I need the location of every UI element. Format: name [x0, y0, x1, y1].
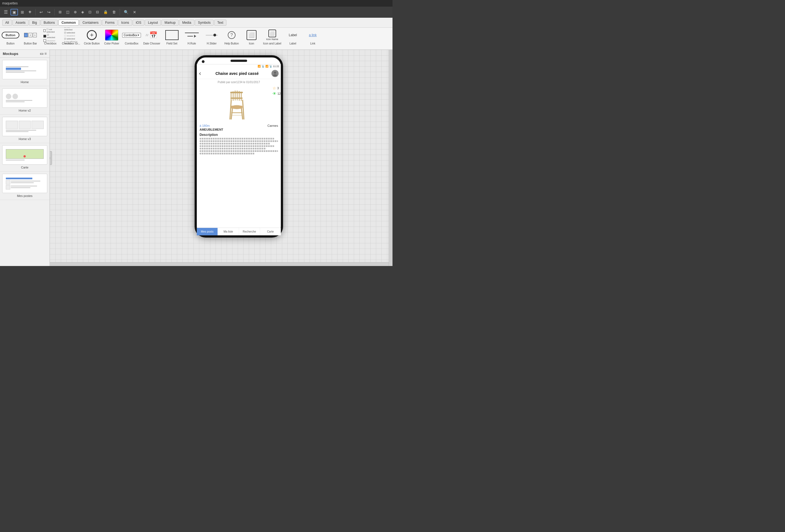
palette-button[interactable]: Button Button: [2, 29, 19, 45]
item-image: [222, 86, 255, 122]
tab-big[interactable]: Big: [29, 20, 40, 26]
sidebar-item-home-v2[interactable]: Home v2: [0, 86, 49, 115]
sidebar-item-home[interactable]: Home: [0, 58, 49, 86]
palette-button-bar[interactable]: 1 2 3 Button Bar: [22, 29, 39, 45]
close-button[interactable]: ✕: [131, 9, 138, 16]
field-set-preview: [165, 30, 179, 40]
tool-1[interactable]: ⊞: [57, 9, 63, 15]
checkbox-preview: ☐ not selected ☑ selected disabled: [43, 28, 57, 42]
tab-buttons[interactable]: Buttons: [41, 20, 58, 26]
color-picker-preview: [105, 30, 118, 41]
sidebar-item-mes-postes[interactable]: Mes postes: [0, 171, 49, 200]
search-button[interactable]: 🔍: [122, 9, 130, 16]
sidebar-item-carte[interactable]: Carte: [0, 143, 49, 171]
palette-circle-button[interactable]: + Circle Button: [83, 29, 100, 45]
component-tabs-bar: All Assets Big Buttons Common Containers…: [0, 18, 392, 28]
sidebar-header-icons: ▭ ≡: [40, 51, 47, 56]
lock-button[interactable]: 🔒: [102, 9, 109, 15]
sidebar-collapse-tab[interactable]: ‹: [50, 151, 52, 165]
tab-all[interactable]: All: [2, 20, 12, 26]
tab-ios[interactable]: iOS: [133, 20, 144, 26]
button-preview: Button: [2, 32, 19, 38]
tab-containers[interactable]: Containers: [79, 20, 101, 26]
byline: Publié par ozer1234 le 01/01/2017: [200, 81, 278, 84]
avatar-icon: [272, 70, 279, 77]
tab-text[interactable]: Text: [214, 20, 226, 26]
palette-label-icon: Icon: [249, 42, 254, 45]
sidebar-label-home-v3: Home v3: [2, 137, 47, 141]
svg-rect-14: [230, 92, 243, 94]
tool-5[interactable]: ⊡: [87, 9, 93, 15]
back-button[interactable]: ‹: [199, 70, 201, 77]
link-preview: a link: [309, 33, 316, 37]
svg-point-0: [274, 72, 276, 74]
toolbar-separator: [35, 9, 36, 16]
tab-markup[interactable]: Markup: [161, 20, 179, 26]
sidebar: Mockups ▭ ≡ Home: [0, 50, 50, 266]
location-distance[interactable]: à 180m: [200, 124, 210, 127]
palette-hrule[interactable]: H.Rule: [183, 29, 200, 45]
canvas-area[interactable]: ‹ 📶 📡 📶 📡 11:22: [50, 50, 392, 266]
palette-combobox[interactable]: ComboBox ▼ ComboBox: [123, 29, 140, 45]
palette-label-color-picker: Color Picker: [104, 42, 119, 45]
palette-field-set[interactable]: Field Set: [163, 29, 180, 45]
palette-help-button[interactable]: ? Help Button: [223, 29, 240, 45]
status-bar: 📶 📡 📶 📡 11:22: [197, 64, 281, 68]
palette-label-link: Link: [310, 42, 315, 45]
add-button[interactable]: +: [27, 8, 33, 16]
palette-date-chooser[interactable]: / / 📅 Date Chooser: [143, 29, 160, 45]
svg-point-1: [273, 74, 277, 76]
category: AMEUBLEMENT: [200, 128, 278, 131]
palette-hslider[interactable]: H.Slider: [203, 29, 220, 45]
single-view-button[interactable]: ▣: [10, 9, 18, 16]
eye-icon: 👁: [273, 91, 276, 96]
grid-view-button[interactable]: ⊞: [19, 9, 26, 16]
palette-checkbox-group[interactable]: ☐ not selected ☑ selected ☐ disabled ☑ s…: [62, 29, 80, 45]
icon-preview: ⬜: [247, 30, 256, 40]
palette-label[interactable]: Label Label: [284, 29, 301, 45]
sidebar-collapse-icon[interactable]: ▭: [40, 51, 43, 56]
tab-common[interactable]: Common: [58, 20, 79, 26]
tool-3[interactable]: ⊕: [72, 9, 78, 15]
component-palette: Button Button 1 2 3 Button Bar ☐ not sel…: [0, 28, 392, 50]
tab-layout[interactable]: Layout: [145, 20, 161, 26]
tab-icons[interactable]: Icons: [118, 20, 132, 26]
palette-icon[interactable]: ⬜ Icon: [243, 29, 260, 45]
rating-value: 3: [277, 86, 279, 90]
sidebar-label-home-v2: Home v2: [2, 109, 47, 112]
palette-label-icon-and-label: Icon and Label: [263, 42, 281, 45]
canvas-scroll-bottom[interactable]: [50, 262, 389, 266]
tab-media[interactable]: Media: [179, 20, 194, 26]
canvas-scroll-right[interactable]: [389, 50, 392, 266]
palette-icon-and-label[interactable]: ⬜ Icon Name Icon and Label: [263, 29, 281, 45]
status-time: 📶 📡 11:22: [265, 65, 279, 68]
palette-link[interactable]: a link Link: [304, 29, 321, 45]
palette-color-picker[interactable]: Color Picker: [103, 29, 120, 45]
tab-forms[interactable]: Forms: [102, 20, 118, 26]
palette-label-circle-button: Circle Button: [84, 42, 100, 45]
tool-6[interactable]: ⊟: [94, 9, 101, 15]
undo-button[interactable]: ↩: [38, 9, 45, 16]
palette-label-button: Button: [7, 42, 15, 45]
phone-wrapper: 📶 📡 📶 📡 11:22 ‹ Chaise avec pied cassé: [195, 55, 283, 238]
views-row: 👁 12: [273, 91, 281, 96]
sidebar-item-home-v3[interactable]: Home v3: [0, 115, 49, 143]
palette-label-checkbox: Checkbox: [44, 42, 56, 45]
tool-4[interactable]: ◈: [80, 9, 86, 15]
delete-button[interactable]: 🗑: [110, 9, 118, 15]
tab-symbols[interactable]: Symbols: [195, 20, 214, 26]
redo-button[interactable]: ↪: [46, 9, 52, 16]
menu-button[interactable]: ☰: [2, 8, 9, 16]
signal-icon: 📡: [261, 65, 264, 68]
app-title: maquettes: [2, 1, 18, 5]
palette-checkbox[interactable]: ☐ not selected ☑ selected disabled Check…: [42, 29, 58, 45]
sidebar-menu-icon[interactable]: ≡: [45, 51, 47, 56]
tab-assets[interactable]: Assets: [12, 20, 28, 26]
phone-top-bar: [197, 57, 281, 64]
hslider-preview: [206, 35, 218, 36]
tool-2[interactable]: ◫: [65, 9, 71, 15]
rating-row: ☆ 3: [273, 86, 281, 90]
palette-label-hslider: H.Slider: [207, 42, 217, 45]
combobox-preview: ComboBox ▼: [122, 33, 141, 37]
date-chooser-preview: / / 📅: [146, 31, 157, 39]
